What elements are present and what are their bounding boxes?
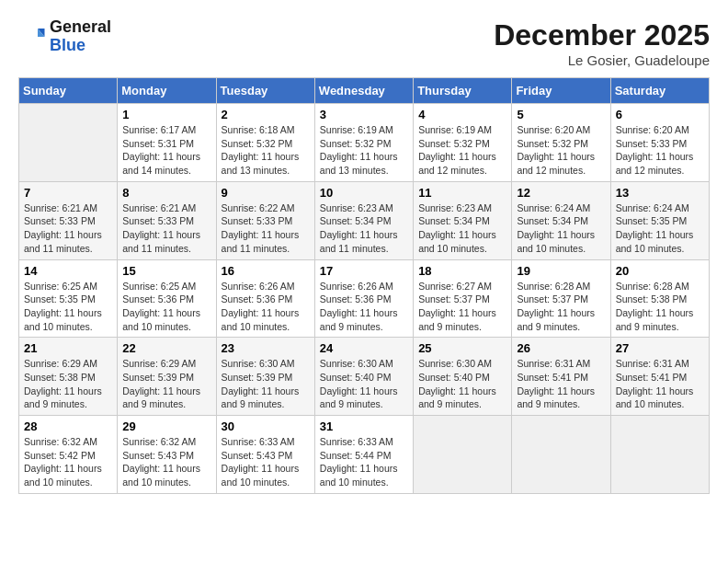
day-info: Sunrise: 6:20 AMSunset: 5:32 PMDaylight:…: [517, 123, 605, 178]
day-info: Sunrise: 6:24 AMSunset: 5:34 PMDaylight:…: [517, 201, 605, 256]
calendar-cell: 25Sunrise: 6:30 AMSunset: 5:40 PMDayligh…: [414, 338, 512, 416]
day-info: Sunrise: 6:32 AMSunset: 5:43 PMDaylight:…: [122, 435, 210, 489]
day-number: 10: [320, 186, 408, 200]
day-number: 9: [222, 186, 310, 200]
calendar-cell: 24Sunrise: 6:30 AMSunset: 5:40 PMDayligh…: [314, 338, 413, 416]
calendar-cell: 27Sunrise: 6:31 AMSunset: 5:41 PMDayligh…: [610, 338, 709, 416]
day-number: 18: [418, 264, 506, 278]
calendar-cell: 20Sunrise: 6:28 AMSunset: 5:38 PMDayligh…: [610, 259, 709, 338]
day-number: 8: [122, 186, 210, 200]
day-number: 19: [517, 264, 605, 278]
calendar-cell: 21Sunrise: 6:29 AMSunset: 5:38 PMDayligh…: [19, 338, 118, 416]
day-number: 1: [122, 108, 210, 121]
day-info: Sunrise: 6:25 AMSunset: 5:36 PMDaylight:…: [122, 280, 210, 334]
calendar-cell: 13Sunrise: 6:24 AMSunset: 5:35 PMDayligh…: [610, 181, 709, 259]
week-row-2: 14Sunrise: 6:25 AMSunset: 5:35 PMDayligh…: [19, 259, 710, 338]
day-number: 28: [24, 419, 112, 433]
day-number: 7: [24, 186, 112, 200]
day-number: 22: [122, 341, 210, 355]
calendar-cell: 7Sunrise: 6:21 AMSunset: 5:33 PMDaylight…: [19, 181, 118, 259]
calendar: SundayMondayTuesdayWednesdayThursdayFrid…: [18, 77, 710, 494]
calendar-cell: [414, 416, 512, 494]
page-header: General Blue December 2025 Le Gosier, Gu…: [18, 18, 710, 68]
calendar-cell: 5Sunrise: 6:20 AMSunset: 5:32 PMDaylight…: [512, 104, 610, 182]
day-info: Sunrise: 6:26 AMSunset: 5:36 PMDaylight:…: [320, 280, 408, 334]
day-number: 30: [222, 419, 310, 433]
calendar-cell: 1Sunrise: 6:17 AMSunset: 5:31 PMDaylight…: [118, 104, 216, 182]
day-info: Sunrise: 6:30 AMSunset: 5:39 PMDaylight:…: [222, 357, 310, 411]
day-info: Sunrise: 6:18 AMSunset: 5:32 PMDaylight:…: [222, 123, 310, 178]
calendar-cell: [610, 416, 709, 494]
col-header-tuesday: Tuesday: [216, 78, 314, 104]
calendar-header: SundayMondayTuesdayWednesdayThursdayFrid…: [19, 78, 710, 104]
calendar-cell: 8Sunrise: 6:21 AMSunset: 5:33 PMDaylight…: [118, 181, 216, 259]
calendar-body: 1Sunrise: 6:17 AMSunset: 5:31 PMDaylight…: [19, 104, 710, 494]
day-number: 5: [517, 108, 605, 121]
day-info: Sunrise: 6:21 AMSunset: 5:33 PMDaylight:…: [122, 201, 210, 256]
day-info: Sunrise: 6:31 AMSunset: 5:41 PMDaylight:…: [616, 357, 704, 411]
col-header-saturday: Saturday: [610, 78, 709, 104]
calendar-cell: 23Sunrise: 6:30 AMSunset: 5:39 PMDayligh…: [216, 338, 314, 416]
calendar-cell: 4Sunrise: 6:19 AMSunset: 5:32 PMDaylight…: [414, 104, 512, 182]
day-number: 20: [616, 264, 704, 278]
calendar-cell: 22Sunrise: 6:29 AMSunset: 5:39 PMDayligh…: [118, 338, 216, 416]
day-number: 13: [616, 186, 704, 200]
day-number: 6: [616, 108, 704, 121]
week-row-4: 28Sunrise: 6:32 AMSunset: 5:42 PMDayligh…: [19, 416, 710, 494]
logo-general: General: [50, 18, 111, 37]
day-number: 25: [418, 341, 506, 355]
calendar-cell: [512, 416, 610, 494]
col-header-wednesday: Wednesday: [314, 78, 413, 104]
day-info: Sunrise: 6:27 AMSunset: 5:37 PMDaylight:…: [418, 280, 506, 334]
day-info: Sunrise: 6:26 AMSunset: 5:36 PMDaylight:…: [222, 280, 310, 334]
day-info: Sunrise: 6:20 AMSunset: 5:33 PMDaylight:…: [616, 123, 704, 178]
day-number: 16: [222, 264, 310, 278]
location: Le Gosier, Guadeloupe: [494, 52, 710, 68]
day-number: 23: [222, 341, 310, 355]
calendar-cell: 12Sunrise: 6:24 AMSunset: 5:34 PMDayligh…: [512, 181, 610, 259]
day-info: Sunrise: 6:32 AMSunset: 5:42 PMDaylight:…: [24, 435, 112, 489]
calendar-cell: 16Sunrise: 6:26 AMSunset: 5:36 PMDayligh…: [216, 259, 314, 338]
day-info: Sunrise: 6:28 AMSunset: 5:38 PMDaylight:…: [616, 280, 704, 334]
day-number: 11: [418, 186, 506, 200]
day-info: Sunrise: 6:29 AMSunset: 5:39 PMDaylight:…: [122, 357, 210, 411]
logo-icon: [18, 23, 46, 51]
logo-blue: Blue: [50, 37, 111, 55]
calendar-cell: 30Sunrise: 6:33 AMSunset: 5:43 PMDayligh…: [216, 416, 314, 494]
week-row-3: 21Sunrise: 6:29 AMSunset: 5:38 PMDayligh…: [19, 338, 710, 416]
calendar-cell: 9Sunrise: 6:22 AMSunset: 5:33 PMDaylight…: [216, 181, 314, 259]
calendar-cell: [19, 104, 118, 182]
day-info: Sunrise: 6:22 AMSunset: 5:33 PMDaylight:…: [222, 201, 310, 256]
col-header-monday: Monday: [118, 78, 216, 104]
calendar-cell: 17Sunrise: 6:26 AMSunset: 5:36 PMDayligh…: [314, 259, 413, 338]
calendar-cell: 26Sunrise: 6:31 AMSunset: 5:41 PMDayligh…: [512, 338, 610, 416]
day-info: Sunrise: 6:25 AMSunset: 5:35 PMDaylight:…: [24, 280, 112, 334]
day-info: Sunrise: 6:23 AMSunset: 5:34 PMDaylight:…: [320, 201, 408, 256]
day-number: 27: [616, 341, 704, 355]
col-header-sunday: Sunday: [19, 78, 118, 104]
day-info: Sunrise: 6:19 AMSunset: 5:32 PMDaylight:…: [418, 123, 506, 178]
calendar-cell: 15Sunrise: 6:25 AMSunset: 5:36 PMDayligh…: [118, 259, 216, 338]
month-title: December 2025: [494, 18, 710, 52]
logo: General Blue: [18, 18, 111, 55]
calendar-cell: 10Sunrise: 6:23 AMSunset: 5:34 PMDayligh…: [314, 181, 413, 259]
week-row-0: 1Sunrise: 6:17 AMSunset: 5:31 PMDaylight…: [19, 104, 710, 182]
calendar-cell: 3Sunrise: 6:19 AMSunset: 5:32 PMDaylight…: [314, 104, 413, 182]
day-number: 2: [222, 108, 310, 121]
day-number: 29: [122, 419, 210, 433]
day-number: 21: [24, 341, 112, 355]
day-info: Sunrise: 6:33 AMSunset: 5:44 PMDaylight:…: [320, 435, 408, 489]
week-row-1: 7Sunrise: 6:21 AMSunset: 5:33 PMDaylight…: [19, 181, 710, 259]
day-number: 3: [320, 108, 408, 121]
day-info: Sunrise: 6:29 AMSunset: 5:38 PMDaylight:…: [24, 357, 112, 411]
day-number: 14: [24, 264, 112, 278]
calendar-cell: 29Sunrise: 6:32 AMSunset: 5:43 PMDayligh…: [118, 416, 216, 494]
calendar-cell: 31Sunrise: 6:33 AMSunset: 5:44 PMDayligh…: [314, 416, 413, 494]
day-number: 4: [418, 108, 506, 121]
calendar-cell: 18Sunrise: 6:27 AMSunset: 5:37 PMDayligh…: [414, 259, 512, 338]
day-info: Sunrise: 6:24 AMSunset: 5:35 PMDaylight:…: [616, 201, 704, 256]
col-header-friday: Friday: [512, 78, 610, 104]
day-info: Sunrise: 6:19 AMSunset: 5:32 PMDaylight:…: [320, 123, 408, 178]
day-info: Sunrise: 6:30 AMSunset: 5:40 PMDaylight:…: [418, 357, 506, 411]
header-row: SundayMondayTuesdayWednesdayThursdayFrid…: [19, 78, 710, 104]
